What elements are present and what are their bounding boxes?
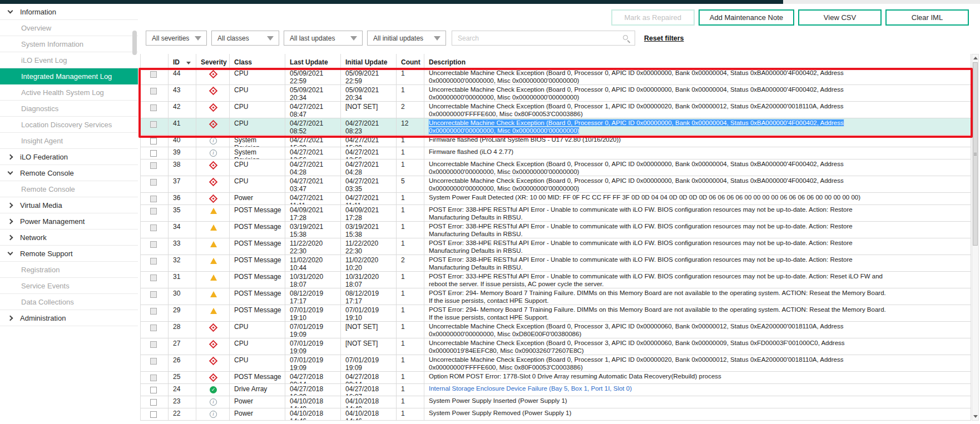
row-checkbox[interactable] <box>150 341 157 348</box>
row-checkbox[interactable] <box>150 325 157 331</box>
sidebar-item-power-management[interactable]: Power Management <box>0 213 138 230</box>
row-checkbox[interactable] <box>150 225 157 231</box>
table-row-38[interactable]: 38CPU04/27/2021 04:2804/27/2021 04:281Un… <box>141 159 971 176</box>
table-row-44[interactable]: 44CPU05/09/2021 22:5905/09/2021 22:591Un… <box>141 68 971 85</box>
table-row-32[interactable]: 32POST Message11/02/2020 10:4411/02/2020… <box>141 255 971 272</box>
search-icon[interactable] <box>623 35 628 40</box>
table-row-36[interactable]: 36Power04/27/2021 11:1104/27/2021 11:111… <box>141 193 971 205</box>
sidebar-item-insight-agent[interactable]: Insight Agent <box>0 133 138 149</box>
clear-iml-button[interactable]: Clear IML <box>885 9 969 26</box>
table-row-41[interactable]: 41CPU04/27/2021 08:5204/27/2021 08:2312U… <box>141 118 971 135</box>
row-checkbox[interactable] <box>150 71 157 78</box>
description-link[interactable]: Internal Storage Enclosure Device Failur… <box>424 384 971 396</box>
description-line: 0x00000019'84EEFC80, Misc 0x09003260'726… <box>429 347 967 355</box>
column-header-class[interactable]: Class <box>230 54 285 68</box>
column-header-description[interactable]: Description <box>424 54 971 68</box>
table-scrollbar[interactable] <box>972 54 979 421</box>
table-row-30[interactable]: 30POST Message08/12/2019 17:1708/12/2019… <box>141 288 971 305</box>
sidebar-item-overview[interactable]: Overview <box>0 20 138 36</box>
table-row-28[interactable]: 28CPU07/01/2019 19:09[NOT SET]1Uncorrect… <box>141 322 971 338</box>
table-row-40[interactable]: 40iSystem Revision04/27/2021 15:2904/27/… <box>141 135 971 147</box>
count-cell: 12 <box>397 118 424 134</box>
sidebar-scrollbar[interactable] <box>132 5 137 416</box>
row-checkbox[interactable] <box>150 162 157 169</box>
all-last-updates-dropdown[interactable]: All last updates <box>284 31 363 46</box>
all-classes-dropdown[interactable]: All classes <box>211 31 279 46</box>
all-severities-dropdown[interactable]: All severities <box>146 31 207 46</box>
table-row-27[interactable]: 27CPU07/01/2019 19:09[NOT SET]1Uncorrect… <box>141 338 971 355</box>
table-row-35[interactable]: 35POST Message04/09/2021 17:2804/09/2021… <box>141 205 971 222</box>
row-checkbox[interactable] <box>150 88 157 94</box>
sidebar-item-diagnostics[interactable]: Diagnostics <box>0 101 138 117</box>
row-checkbox[interactable] <box>150 399 157 406</box>
table-row-43[interactable]: 43CPU05/09/2021 20:3405/09/2021 20:341Un… <box>141 85 971 102</box>
table-row-22[interactable]: 22iPower04/10/2018 14:4604/10/2018 14:46… <box>141 408 971 421</box>
description-cell: POST Error: 338-HPE RESTful API Error - … <box>424 255 971 271</box>
sidebar-item-location-discovery-services[interactable]: Location Discovery Services <box>0 117 138 133</box>
sidebar-item-ilo-federation[interactable]: iLO Federation <box>0 149 138 165</box>
row-checkbox[interactable] <box>150 179 157 186</box>
table-row-23[interactable]: 23iPower04/10/2018 14:4904/10/2018 14:49… <box>141 396 971 408</box>
class-cell: CPU <box>230 159 285 176</box>
add-maintenance-note-button[interactable]: Add Maintenance Note <box>699 9 794 26</box>
sidebar-item-virtual-media[interactable]: Virtual Media <box>0 197 138 213</box>
row-checkbox[interactable] <box>150 104 157 111</box>
row-checkbox[interactable] <box>150 138 157 144</box>
table-row-31[interactable]: 31POST Message10/31/2020 18:0710/31/2020… <box>141 272 971 288</box>
row-checkbox[interactable] <box>150 358 157 365</box>
all-initial-updates-dropdown[interactable]: All initial updates <box>367 31 446 46</box>
row-checkbox[interactable] <box>150 387 157 393</box>
column-header-count[interactable]: Count <box>397 54 424 68</box>
table-row-29[interactable]: 29POST Message07/01/2019 19:1007/01/2019… <box>141 305 971 322</box>
sidebar-item-ilo-event-log[interactable]: iLO Event Log <box>0 52 138 68</box>
row-checkbox[interactable] <box>150 150 157 157</box>
row-checkbox[interactable] <box>150 411 157 418</box>
row-checkbox[interactable] <box>150 208 157 215</box>
sidebar-item-remote-console[interactable]: Remote Console <box>0 165 138 181</box>
last-update-cell: 05/09/2021 20:34 <box>285 85 341 101</box>
sidebar-item-system-information[interactable]: System Information <box>0 36 138 52</box>
column-header-last-update[interactable]: Last Update <box>285 54 341 68</box>
table-row-24[interactable]: 24✓Drive Array04/27/2018 16:0904/27/2018… <box>141 384 971 396</box>
reset-filters-link[interactable]: Reset filters <box>644 34 684 42</box>
row-checkbox[interactable] <box>150 275 157 281</box>
table-row-25[interactable]: 25POST Message04/27/2018 09:1404/27/2018… <box>141 372 971 384</box>
table-row-26[interactable]: 26CPU07/01/2019 19:0907/01/2019 19:091Un… <box>141 355 971 372</box>
row-checkbox[interactable] <box>150 196 157 202</box>
sidebar-item-service-events[interactable]: Service Events <box>0 278 138 294</box>
table-row-37[interactable]: 37CPU04/27/2021 03:4704/27/2021 03:355Un… <box>141 176 971 193</box>
sort-descending-icon[interactable] <box>186 62 191 64</box>
sidebar-item-data-collections[interactable]: Data Collections <box>0 294 138 310</box>
scroll-up-arrow-icon[interactable] <box>973 57 978 59</box>
sidebar-item-integrated-management-log[interactable]: Integrated Management Log <box>0 68 138 84</box>
table-row-33[interactable]: 33POST Message11/22/2020 22:3011/22/2020… <box>141 238 971 255</box>
table-scrollbar-thumb[interactable] <box>973 62 978 246</box>
column-header-initial-update[interactable]: Initial Update <box>341 54 397 68</box>
column-header-id[interactable]: ID <box>169 54 196 68</box>
chevron-right-icon <box>8 315 13 321</box>
sidebar-item-remote-support[interactable]: Remote Support <box>0 246 138 262</box>
view-csv-button[interactable]: View CSV <box>798 9 882 26</box>
row-checkbox[interactable] <box>150 258 157 265</box>
sidebar-item-registration[interactable]: Registration <box>0 262 138 278</box>
table-row-34[interactable]: 34POST Message03/19/2021 15:3803/19/2021… <box>141 222 971 238</box>
row-checkbox[interactable] <box>150 308 157 315</box>
sidebar-item-network[interactable]: Network <box>0 230 138 246</box>
table-row-39[interactable]: 39iSystem Revision04/27/2021 12:5604/27/… <box>141 147 971 159</box>
table-row-42[interactable]: 42CPU04/27/2021 08:47[NOT SET]2Uncorrect… <box>141 102 971 118</box>
row-checkbox[interactable] <box>150 291 157 298</box>
sidebar-scrollbar-thumb[interactable] <box>132 31 137 55</box>
row-checkbox[interactable] <box>150 241 157 248</box>
row-checkbox[interactable] <box>150 375 157 381</box>
sidebar-item-label: Active Health System Log <box>21 88 104 97</box>
sidebar-item-information[interactable]: Information <box>0 4 138 20</box>
sidebar-item-active-health-system-log[interactable]: Active Health System Log <box>0 84 138 101</box>
scroll-down-arrow-icon[interactable] <box>973 415 978 418</box>
column-header-severity[interactable]: Severity <box>196 54 230 68</box>
search-input[interactable] <box>452 31 616 45</box>
row-checkbox[interactable] <box>150 121 157 128</box>
checkbox-cell <box>141 372 169 383</box>
sidebar-item-administration[interactable]: Administration <box>0 310 138 326</box>
critical-severity-icon <box>209 70 218 79</box>
sidebar-item-remote-console[interactable]: Remote Console <box>0 181 138 197</box>
